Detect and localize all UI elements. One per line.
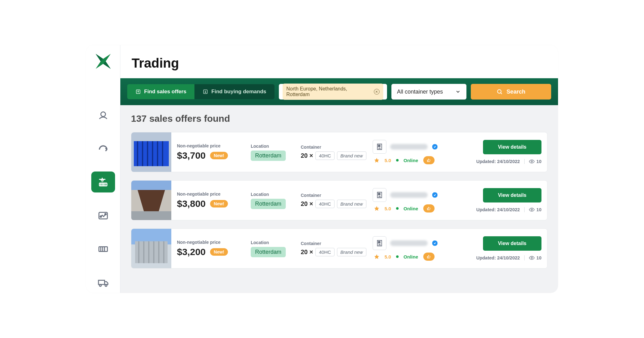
svg-marker-56 (375, 206, 379, 211)
container-label: Container (301, 241, 373, 246)
nav-item-2[interactable] (91, 138, 115, 159)
company-icon (373, 188, 386, 202)
find-sales-toggle[interactable]: Find sales offers (127, 84, 194, 99)
container-type: 40HC (315, 200, 334, 208)
svg-point-41 (531, 161, 533, 162)
verified-icon (431, 143, 438, 150)
view-details-button[interactable]: View details (483, 236, 541, 251)
page-title: Trading (132, 56, 547, 71)
star-icon (374, 157, 380, 163)
svg-rect-54 (380, 194, 380, 195)
new-badge: New! (210, 200, 228, 207)
location-chip-text: North Europe, Netherlands, Rotterdam (286, 86, 371, 97)
rating-value: 5.0 (385, 158, 391, 163)
find-buying-toggle[interactable]: Find buying demands (194, 84, 274, 99)
offer-card: Non-negotiable price $3,800 New! Locatio… (131, 180, 547, 220)
svg-rect-37 (378, 146, 379, 147)
nav-item-trading[interactable]: $ (91, 172, 115, 192)
find-sales-label: Find sales offers (144, 89, 186, 95)
find-buying-label: Find buying demands (211, 89, 266, 95)
svg-point-76 (531, 257, 533, 259)
svg-rect-72 (378, 243, 379, 243)
search-label: Search (506, 89, 525, 95)
price-value: $3,700 (177, 150, 206, 161)
location-label: Location (251, 240, 301, 245)
company-name (390, 240, 428, 246)
nav-item-5[interactable] (91, 238, 115, 259)
location-value: Rotterdam (251, 151, 286, 161)
updated-text: Updated: 24/10/2022 (476, 207, 520, 212)
location-label: Location (251, 192, 301, 197)
location-label: Location (251, 144, 301, 149)
eye-icon (529, 255, 535, 261)
views-count: 10 (529, 159, 541, 164)
container-condition: Brand new (337, 248, 366, 256)
location-input[interactable]: North Europe, Netherlands, Rotterdam ✕ (279, 84, 387, 100)
location-value: Rotterdam (251, 247, 286, 257)
svg-rect-73 (380, 243, 380, 243)
view-details-button[interactable]: View details (483, 188, 541, 202)
verified-icon (431, 240, 438, 247)
location-value: Rotterdam (251, 199, 286, 209)
svg-rect-36 (380, 145, 380, 146)
price-label: Non-negotiable price (177, 143, 251, 148)
nav-item-4[interactable] (91, 205, 115, 226)
eye-icon (529, 159, 535, 164)
svg-point-19 (105, 284, 107, 286)
svg-rect-47 (131, 211, 171, 220)
recommended-badge (423, 204, 435, 213)
svg-rect-70 (378, 241, 379, 242)
svg-line-23 (501, 93, 502, 94)
status-text: Online (404, 158, 418, 163)
header: Trading (120, 45, 558, 78)
company-name (390, 144, 428, 150)
arrow-down-box-icon (203, 89, 208, 95)
star-icon (374, 254, 380, 259)
container-condition: Brand new (337, 200, 366, 208)
svg-point-57 (531, 209, 533, 211)
location-chip: North Europe, Netherlands, Rotterdam ✕ (283, 84, 383, 100)
quantity: 20 × (301, 152, 313, 159)
svg-point-18 (99, 284, 101, 286)
price-value: $3,800 (177, 198, 206, 209)
company-icon (373, 236, 386, 250)
price-label: Non-negotiable price (177, 192, 251, 197)
eye-icon (529, 207, 535, 213)
svg-rect-53 (378, 194, 379, 195)
svg-marker-40 (375, 158, 379, 163)
company-name (390, 192, 428, 198)
svg-rect-55 (379, 196, 380, 198)
nav-item-1[interactable] (91, 105, 115, 125)
filter-bar: Find sales offers Find buying demands No… (120, 78, 558, 105)
views-count: 10 (529, 207, 541, 213)
view-details-button[interactable]: View details (483, 140, 541, 154)
thumbs-up-icon (427, 254, 431, 259)
offer-image (131, 132, 171, 172)
status-dot-icon (396, 207, 399, 210)
thumbs-up-icon (427, 206, 431, 211)
nav-item-6[interactable] (91, 272, 115, 293)
svg-rect-74 (379, 244, 380, 246)
container-condition: Brand new (337, 151, 366, 160)
offer-card: Non-negotiable price $3,700 New! Locatio… (131, 132, 547, 172)
new-badge: New! (210, 152, 228, 159)
toggle-group: Find sales offers Find buying demands (127, 84, 274, 99)
views-count: 10 (529, 255, 541, 261)
search-button[interactable]: Search (471, 84, 551, 100)
updated-text: Updated: 24/10/2022 (476, 255, 520, 260)
recommended-badge (423, 253, 435, 261)
results-heading: 137 sales offers found (131, 113, 547, 124)
clear-location-icon[interactable]: ✕ (374, 89, 380, 95)
svg-rect-51 (378, 193, 379, 194)
status-text: Online (404, 206, 418, 211)
search-icon (496, 89, 503, 95)
svg-rect-52 (380, 193, 380, 194)
container-type-select[interactable]: All container types (391, 84, 466, 100)
quantity: 20 × (301, 200, 313, 207)
star-icon (374, 206, 380, 211)
offer-image (131, 181, 171, 220)
company-icon (373, 140, 386, 154)
svg-rect-35 (378, 145, 379, 146)
svg-rect-39 (379, 148, 380, 150)
price-label: Non-negotiable price (177, 240, 251, 245)
